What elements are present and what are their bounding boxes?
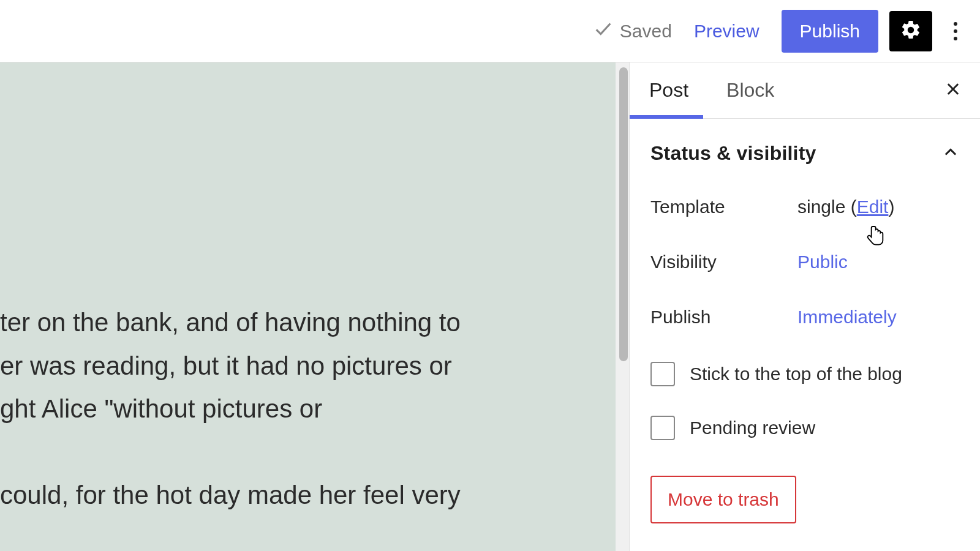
scrollbar-track: [616, 62, 629, 551]
publish-row: Publish Immediately: [650, 307, 959, 328]
visibility-label: Visibility: [650, 252, 797, 272]
gear-icon: [900, 19, 922, 43]
workspace: ter on the bank, and of having nothing t…: [0, 62, 980, 551]
paren-close: ): [888, 197, 894, 217]
move-to-trash-button[interactable]: Move to trash: [650, 476, 796, 523]
status-visibility-panel: Status & visibility Template single ( Ed…: [630, 119, 980, 530]
stick-to-top-checkbox-row[interactable]: Stick to the top of the blog: [650, 362, 959, 386]
stick-label: Stick to the top of the blog: [690, 364, 902, 384]
chevron-up-icon: [942, 144, 959, 163]
more-options-button[interactable]: [943, 11, 968, 51]
text-line: could, for the hot day made her feel ver…: [0, 481, 461, 509]
visibility-row: Visibility Public: [650, 252, 959, 272]
close-icon: [944, 80, 962, 97]
saved-label: Saved: [620, 21, 672, 42]
close-sidebar-button[interactable]: [944, 78, 962, 102]
paren-open: (: [845, 197, 856, 217]
pending-checkbox[interactable]: [650, 416, 675, 440]
editor-canvas[interactable]: ter on the bank, and of having nothing t…: [0, 62, 629, 551]
text-line: er was reading, but it had no pictures o…: [0, 351, 452, 380]
check-icon: [593, 18, 614, 43]
visibility-value[interactable]: Public: [797, 252, 848, 272]
tab-post[interactable]: Post: [649, 62, 707, 118]
tab-block[interactable]: Block: [726, 62, 793, 118]
panel-toggle[interactable]: Status & visibility: [650, 142, 959, 165]
scrollbar-thumb[interactable]: [619, 67, 628, 361]
panel-title: Status & visibility: [650, 142, 816, 165]
publish-value[interactable]: Immediately: [797, 307, 897, 328]
pending-review-checkbox-row[interactable]: Pending review: [650, 416, 959, 440]
saved-status: Saved: [593, 18, 672, 43]
template-label: Template: [650, 197, 797, 217]
publish-button[interactable]: Publish: [782, 10, 878, 53]
preview-button[interactable]: Preview: [683, 21, 771, 42]
stick-checkbox[interactable]: [650, 362, 675, 386]
post-content[interactable]: ter on the bank, and of having nothing t…: [0, 301, 611, 551]
publish-label: Publish: [650, 307, 797, 328]
kebab-icon: [954, 22, 957, 40]
text-line: ter on the bank, and of having nothing t…: [0, 308, 461, 337]
settings-button[interactable]: [889, 11, 932, 51]
template-edit-link[interactable]: Edit: [857, 197, 889, 217]
pending-label: Pending review: [690, 418, 815, 438]
template-value: single: [797, 197, 845, 217]
settings-sidebar: Post Block Status & visibility Template …: [629, 62, 980, 551]
template-row: Template single ( Edit ): [650, 197, 959, 217]
text-line: ght Alice "without pictures or: [0, 394, 322, 423]
editor-topbar: Saved Preview Publish: [0, 0, 980, 62]
sidebar-tabs: Post Block: [630, 62, 980, 119]
